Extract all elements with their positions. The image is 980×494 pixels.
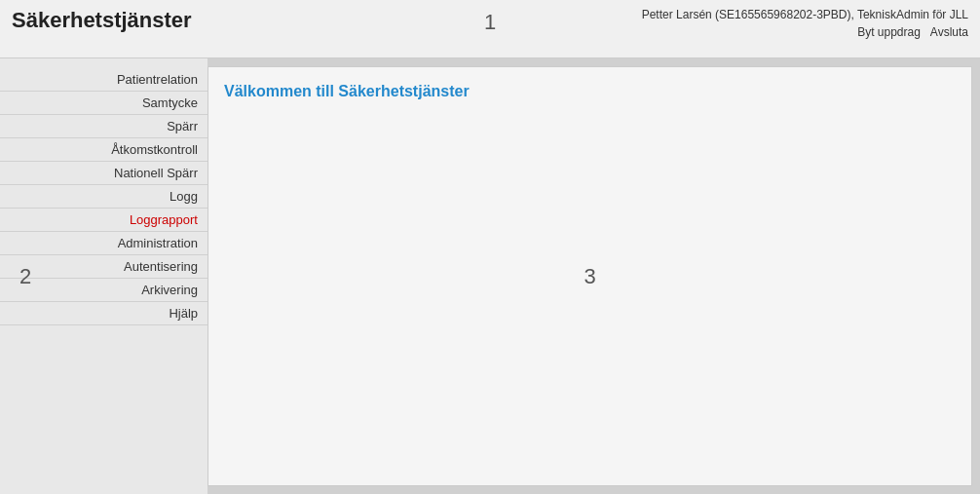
nav-item-logg[interactable]: Logg: [0, 185, 207, 209]
header-number: 1: [484, 10, 496, 35]
nav-item-samtycke[interactable]: Samtycke: [0, 92, 207, 115]
welcome-text: Välkommen till Säkerhetstjänster: [224, 83, 470, 99]
header-actions: Byt uppdrag Avsluta: [642, 25, 968, 39]
nav-item-atkomstkontroll[interactable]: Åtkomstkontroll: [0, 138, 207, 162]
header-right-section: Petter Larsén (SE165565968202-3PBD), Tek…: [642, 8, 968, 39]
nav-item-administration[interactable]: Administration: [0, 232, 207, 255]
nav-item-patientrelation[interactable]: Patientrelation: [0, 68, 207, 92]
header: Säkerhetstjänster 1 Petter Larsén (SE165…: [0, 0, 980, 58]
avsluta-link[interactable]: Avsluta: [930, 25, 968, 39]
app-title: Säkerhetstjänster: [12, 8, 192, 33]
sidebar-number: 2: [19, 264, 31, 289]
nav-item-nationell-sparr[interactable]: Nationell Spärr: [0, 162, 207, 185]
nav-item-loggrapport[interactable]: Loggrapport: [0, 209, 207, 232]
nav-item-hjalp[interactable]: Hjälp: [0, 302, 207, 325]
content-area: Välkommen till Säkerhetstjänster 3: [207, 66, 972, 486]
main-layout: 2 Patientrelation Samtycke Spärr Åtkomst…: [0, 58, 980, 494]
sidebar: 2 Patientrelation Samtycke Spärr Åtkomst…: [0, 58, 207, 494]
byt-uppdrag-link[interactable]: Byt uppdrag: [857, 25, 921, 39]
nav-item-sparr[interactable]: Spärr: [0, 115, 207, 138]
content-number: 3: [584, 264, 595, 289]
user-info: Petter Larsén (SE165565968202-3PBD), Tek…: [642, 8, 968, 21]
